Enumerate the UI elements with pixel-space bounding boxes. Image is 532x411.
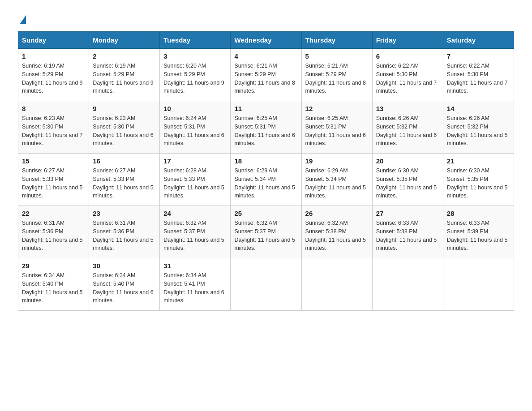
sunrise-label: Sunrise: 6:25 AM [305,115,348,121]
day-number: 21 [447,157,510,165]
sunrise-label: Sunrise: 6:32 AM [163,220,206,226]
daylight-label: Daylight: 11 hours and 5 minutes. [22,184,83,199]
day-number: 9 [93,105,156,112]
day-number: 18 [234,157,297,165]
sunrise-label: Sunrise: 6:25 AM [234,115,277,121]
calendar-cell [231,258,301,311]
day-number: 27 [376,210,439,217]
day-number: 25 [234,210,297,217]
sunrise-label: Sunrise: 6:21 AM [234,63,277,69]
daylight-label: Daylight: 11 hours and 5 minutes. [163,237,224,252]
day-number: 19 [305,157,369,165]
sunset-label: Sunset: 5:31 PM [163,124,205,130]
column-header-monday: Monday [89,32,160,49]
calendar-cell [301,258,372,311]
calendar-cell: 5 Sunrise: 6:21 AM Sunset: 5:29 PM Dayli… [301,49,372,101]
sunset-label: Sunset: 5:33 PM [93,176,134,182]
day-info: Sunrise: 6:33 AM Sunset: 5:38 PM Dayligh… [376,219,439,253]
sunset-label: Sunset: 5:29 PM [234,71,275,77]
day-info: Sunrise: 6:20 AM Sunset: 5:29 PM Dayligh… [163,62,227,95]
column-header-tuesday: Tuesday [160,32,231,49]
sunrise-label: Sunrise: 6:26 AM [376,115,419,121]
calendar-cell: 1 Sunrise: 6:19 AM Sunset: 5:29 PM Dayli… [18,49,89,101]
logo-top [18,13,26,24]
calendar-cell: 20 Sunrise: 6:30 AM Sunset: 5:35 PM Dayl… [372,154,443,206]
daylight-label: Daylight: 11 hours and 8 minutes. [305,80,366,94]
sunset-label: Sunset: 5:36 PM [93,228,134,235]
calendar-cell: 8 Sunrise: 6:23 AM Sunset: 5:30 PM Dayli… [18,101,89,154]
daylight-label: Daylight: 11 hours and 9 minutes. [163,80,224,94]
day-number: 3 [163,52,227,60]
sunset-label: Sunset: 5:30 PM [447,71,488,77]
sunrise-label: Sunrise: 6:31 AM [22,220,64,226]
day-info: Sunrise: 6:26 AM Sunset: 5:32 PM Dayligh… [376,114,439,148]
day-number: 31 [163,262,227,270]
daylight-label: Daylight: 11 hours and 5 minutes. [376,237,437,252]
day-number: 24 [163,210,227,217]
column-header-saturday: Saturday [443,32,514,49]
day-info: Sunrise: 6:33 AM Sunset: 5:39 PM Dayligh… [447,219,510,253]
sunset-label: Sunset: 5:29 PM [93,71,134,77]
daylight-label: Daylight: 11 hours and 9 minutes. [93,80,154,94]
day-number: 6 [376,52,439,60]
daylight-label: Daylight: 11 hours and 6 minutes. [376,132,437,147]
sunset-label: Sunset: 5:36 PM [22,228,63,235]
day-number: 23 [93,210,156,217]
daylight-label: Daylight: 11 hours and 5 minutes. [305,184,366,199]
calendar-cell: 26 Sunrise: 6:32 AM Sunset: 5:38 PM Dayl… [301,206,372,258]
day-info: Sunrise: 6:28 AM Sunset: 5:33 PM Dayligh… [163,167,227,200]
sunset-label: Sunset: 5:30 PM [93,124,134,130]
week-row-5: 29 Sunrise: 6:34 AM Sunset: 5:40 PM Dayl… [18,258,514,311]
calendar-cell: 27 Sunrise: 6:33 AM Sunset: 5:38 PM Dayl… [372,206,443,258]
daylight-label: Daylight: 11 hours and 6 minutes. [93,132,154,147]
daylight-label: Daylight: 11 hours and 7 minutes. [447,80,508,94]
calendar-cell: 24 Sunrise: 6:32 AM Sunset: 5:37 PM Dayl… [160,206,231,258]
day-info: Sunrise: 6:29 AM Sunset: 5:34 PM Dayligh… [234,167,297,200]
sunset-label: Sunset: 5:34 PM [234,176,275,182]
column-header-friday: Friday [372,32,443,49]
sunrise-label: Sunrise: 6:19 AM [22,63,64,69]
calendar-cell: 18 Sunrise: 6:29 AM Sunset: 5:34 PM Dayl… [231,154,301,206]
sunset-label: Sunset: 5:29 PM [163,71,205,77]
column-header-sunday: Sunday [18,32,89,49]
calendar-cell: 29 Sunrise: 6:34 AM Sunset: 5:40 PM Dayl… [18,258,89,311]
day-number: 5 [305,52,369,60]
day-info: Sunrise: 6:21 AM Sunset: 5:29 PM Dayligh… [305,62,369,95]
day-number: 22 [22,210,85,217]
calendar-cell: 28 Sunrise: 6:33 AM Sunset: 5:39 PM Dayl… [443,206,514,258]
day-info: Sunrise: 6:19 AM Sunset: 5:29 PM Dayligh… [93,62,156,95]
daylight-label: Daylight: 11 hours and 5 minutes. [234,184,295,199]
day-number: 26 [305,210,369,217]
day-info: Sunrise: 6:24 AM Sunset: 5:31 PM Dayligh… [163,114,227,148]
daylight-label: Daylight: 11 hours and 5 minutes. [93,184,154,199]
day-number: 17 [163,157,227,165]
daylight-label: Daylight: 11 hours and 5 minutes. [447,237,508,252]
sunrise-label: Sunrise: 6:32 AM [305,220,348,226]
day-number: 16 [93,157,156,165]
sunrise-label: Sunrise: 6:33 AM [447,220,489,226]
daylight-label: Daylight: 11 hours and 5 minutes. [447,184,508,199]
day-info: Sunrise: 6:23 AM Sunset: 5:30 PM Dayligh… [22,114,85,148]
calendar-cell: 9 Sunrise: 6:23 AM Sunset: 5:30 PM Dayli… [89,101,160,154]
sunrise-label: Sunrise: 6:23 AM [93,115,135,121]
calendar-cell [372,258,443,311]
calendar-cell [443,258,514,311]
sunrise-label: Sunrise: 6:27 AM [22,167,64,174]
calendar-cell: 3 Sunrise: 6:20 AM Sunset: 5:29 PM Dayli… [160,49,231,101]
calendar-table: SundayMondayTuesdayWednesdayThursdayFrid… [18,31,514,311]
calendar-cell: 19 Sunrise: 6:29 AM Sunset: 5:34 PM Dayl… [301,154,372,206]
sunset-label: Sunset: 5:31 PM [305,124,347,130]
daylight-label: Daylight: 11 hours and 6 minutes. [163,132,224,147]
sunrise-label: Sunrise: 6:29 AM [305,167,348,174]
calendar-cell: 25 Sunrise: 6:32 AM Sunset: 5:37 PM Dayl… [231,206,301,258]
day-number: 11 [234,105,297,112]
calendar-cell: 21 Sunrise: 6:30 AM Sunset: 5:35 PM Dayl… [443,154,514,206]
page-header [18,13,514,22]
sunset-label: Sunset: 5:37 PM [234,228,275,235]
day-info: Sunrise: 6:29 AM Sunset: 5:34 PM Dayligh… [305,167,369,200]
sunset-label: Sunset: 5:41 PM [163,281,205,287]
day-info: Sunrise: 6:22 AM Sunset: 5:30 PM Dayligh… [376,62,439,95]
column-header-wednesday: Wednesday [231,32,301,49]
sunrise-label: Sunrise: 6:21 AM [305,63,348,69]
sunset-label: Sunset: 5:40 PM [93,281,134,287]
